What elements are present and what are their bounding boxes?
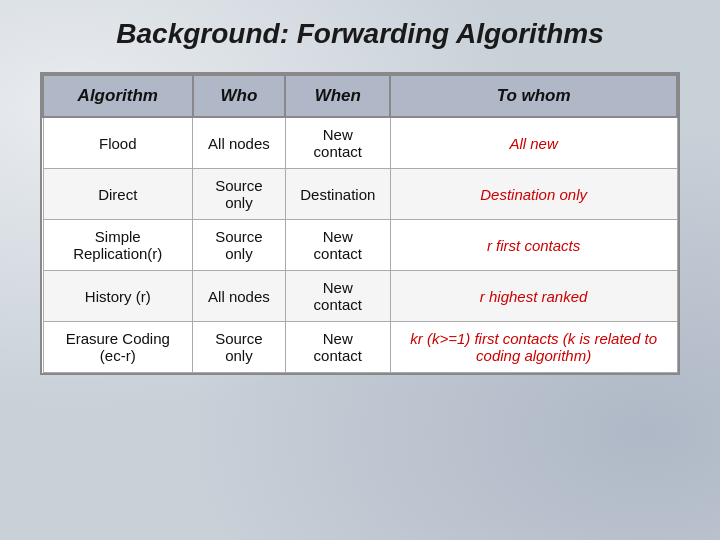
forwarding-algorithms-table: Algorithm Who When To whom FloodAll node… (42, 74, 678, 373)
cell-4-who: Source only (193, 322, 286, 373)
cell-2-algorithm: Simple Replication(r) (43, 220, 193, 271)
cell-3-algorithm: History (r) (43, 271, 193, 322)
cell-2-who: Source only (193, 220, 286, 271)
cell-1-when: Destination (285, 169, 390, 220)
table-row: Erasure Coding (ec-r)Source onlyNew cont… (43, 322, 677, 373)
cell-0-who: All nodes (193, 117, 286, 169)
table-row: History (r)All nodesNew contactr highest… (43, 271, 677, 322)
table-row: Simple Replication(r)Source onlyNew cont… (43, 220, 677, 271)
cell-0-algorithm: Flood (43, 117, 193, 169)
cell-1-who: Source only (193, 169, 286, 220)
cell-1-to_whom: Destination only (390, 169, 677, 220)
cell-3-who: All nodes (193, 271, 286, 322)
cell-4-to_whom: kr (k>=1) first contacts (k is related t… (390, 322, 677, 373)
table-header-row: Algorithm Who When To whom (43, 75, 677, 117)
cell-4-when: New contact (285, 322, 390, 373)
cell-0-when: New contact (285, 117, 390, 169)
table-row: DirectSource onlyDestinationDestination … (43, 169, 677, 220)
cell-2-to_whom: r first contacts (390, 220, 677, 271)
cell-3-to_whom: r highest ranked (390, 271, 677, 322)
col-when: When (285, 75, 390, 117)
cell-0-to_whom: All new (390, 117, 677, 169)
col-algorithm: Algorithm (43, 75, 193, 117)
page-title: Background: Forwarding Algorithms (116, 18, 603, 50)
col-to-whom: To whom (390, 75, 677, 117)
cell-3-when: New contact (285, 271, 390, 322)
cell-1-algorithm: Direct (43, 169, 193, 220)
table-row: FloodAll nodesNew contactAll new (43, 117, 677, 169)
table-container: Algorithm Who When To whom FloodAll node… (40, 72, 680, 375)
cell-4-algorithm: Erasure Coding (ec-r) (43, 322, 193, 373)
col-who: Who (193, 75, 286, 117)
cell-2-when: New contact (285, 220, 390, 271)
